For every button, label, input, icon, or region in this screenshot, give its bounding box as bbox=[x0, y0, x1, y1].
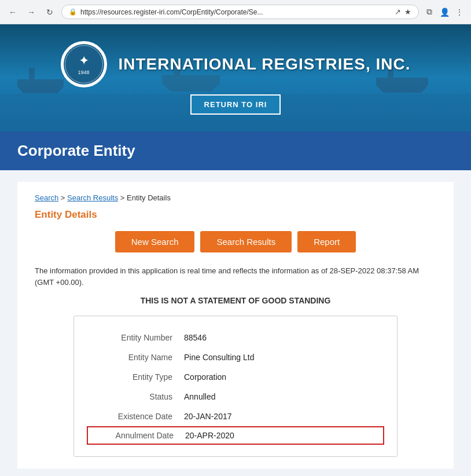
back-button[interactable]: ← bbox=[6, 5, 20, 19]
entity-number-row: Entity Number 88546 bbox=[91, 328, 380, 347]
entity-type-row: Entity Type Corporation bbox=[91, 367, 380, 387]
content-card: Search > Search Results > Entity Details… bbox=[17, 182, 454, 468]
return-to-iri-button[interactable]: RETURN TO IRI bbox=[190, 94, 281, 115]
entity-details-heading: Entity Details bbox=[35, 209, 436, 221]
breadcrumb-current: Entity Details bbox=[127, 193, 171, 202]
annulment-date-value: 20-APR-2020 bbox=[185, 431, 234, 440]
existence-date-label: Existence Date bbox=[91, 412, 184, 421]
refresh-button[interactable]: ↻ bbox=[43, 5, 57, 19]
statement-heading: THIS IS NOT A STATEMENT OF GOOD STANDING bbox=[35, 296, 436, 305]
svg-rect-1 bbox=[17, 79, 64, 86]
entity-name-row: Entity Name Pine Consulting Ltd bbox=[91, 347, 380, 367]
address-bar[interactable]: 🔒 https://resources.register-iri.com/Cor… bbox=[61, 5, 419, 19]
status-label: Status bbox=[91, 392, 184, 401]
status-value: Annulled bbox=[184, 392, 216, 401]
new-search-button[interactable]: New Search bbox=[115, 231, 195, 252]
report-button[interactable]: Report bbox=[297, 231, 356, 252]
logo: ✦ 1948 bbox=[61, 41, 107, 87]
browser-chrome: ← → ↻ 🔒 https://resources.register-iri.c… bbox=[0, 0, 471, 24]
profile-icon[interactable]: 👤 bbox=[439, 6, 450, 18]
entity-type-label: Entity Type bbox=[91, 372, 184, 382]
entity-name-value: Pine Consulting Ltd bbox=[184, 353, 254, 362]
breadcrumb: Search > Search Results > Entity Details bbox=[35, 193, 436, 202]
forward-button[interactable]: → bbox=[24, 5, 38, 19]
bookmark-icon: ★ bbox=[404, 8, 411, 16]
lock-icon: 🔒 bbox=[69, 8, 77, 16]
breadcrumb-sep1: > bbox=[58, 193, 67, 202]
section-bar: Corporate Entity bbox=[0, 131, 471, 170]
browser-actions: ⧉ 👤 ⋮ bbox=[424, 6, 465, 18]
annulment-date-row: Annulment Date 20-APR-2020 bbox=[87, 426, 384, 445]
site-title: INTERNATIONAL REGISTRIES, INC. bbox=[119, 55, 411, 74]
breadcrumb-search-results-link[interactable]: Search Results bbox=[67, 193, 118, 202]
section-title: Corporate Entity bbox=[17, 142, 454, 160]
menu-icon[interactable]: ⋮ bbox=[454, 6, 465, 18]
entity-number-label: Entity Number bbox=[91, 333, 184, 342]
entity-type-value: Corporation bbox=[184, 372, 226, 382]
share-icon: ↗ bbox=[395, 8, 401, 16]
entity-number-value: 88546 bbox=[184, 333, 207, 342]
search-results-button[interactable]: Search Results bbox=[200, 231, 292, 252]
status-row: Status Annulled bbox=[91, 387, 380, 407]
main-content: Search > Search Results > Entity Details… bbox=[0, 170, 471, 476]
existence-date-value: 20-JAN-2017 bbox=[184, 412, 232, 421]
info-text: The information provided in this applica… bbox=[35, 265, 436, 288]
annulment-date-label: Annulment Date bbox=[93, 431, 185, 440]
svg-rect-2 bbox=[29, 68, 35, 79]
entity-name-label: Entity Name bbox=[91, 353, 184, 362]
breadcrumb-sep2: > bbox=[118, 193, 127, 202]
extensions-icon[interactable]: ⧉ bbox=[424, 6, 435, 18]
site-header: ✦ 1948 INTERNATIONAL REGISTRIES, INC. RE… bbox=[0, 24, 471, 131]
entity-card: Entity Number 88546 Entity Name Pine Con… bbox=[73, 316, 398, 457]
action-buttons: New Search Search Results Report bbox=[35, 231, 436, 252]
breadcrumb-search-link[interactable]: Search bbox=[35, 193, 58, 202]
url-text: https://resources.register-iri.com/CorpE… bbox=[80, 8, 391, 16]
svg-marker-3 bbox=[17, 86, 64, 93]
existence-date-row: Existence Date 20-JAN-2017 bbox=[91, 407, 380, 426]
